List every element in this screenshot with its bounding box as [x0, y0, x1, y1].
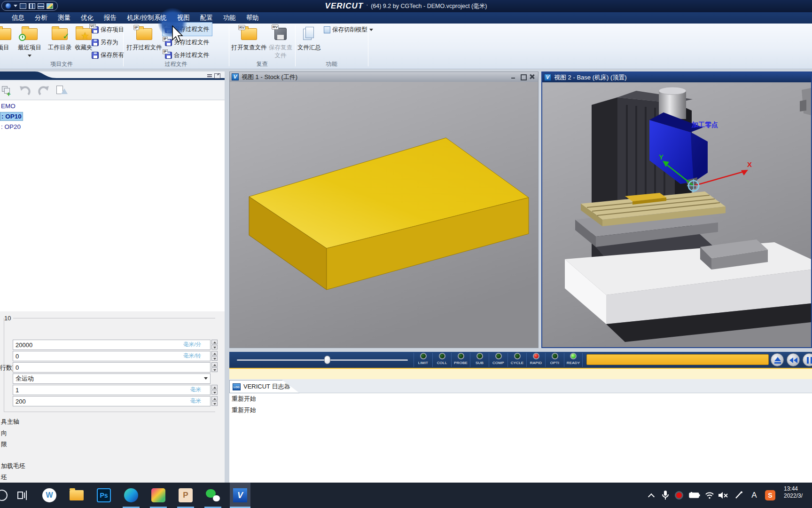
- export-model-icon[interactable]: [56, 86, 69, 96]
- window-titlebar[interactable]: VERICUT’ (64) 9.2 by CGTech - DEMO.vcpro…: [0, 0, 812, 12]
- recent-project-button[interactable]: 最近项目: [15, 25, 44, 58]
- step-input[interactable]: 1: [13, 385, 211, 395]
- minimize-icon[interactable]: [510, 74, 516, 79]
- feed-per-rev-input[interactable]: 0: [13, 351, 211, 361]
- tree-line-stock[interactable]: 坯: [1, 473, 7, 482]
- rewind-button[interactable]: [787, 353, 800, 366]
- led-probe[interactable]: PROBE: [451, 353, 470, 367]
- task-view-button[interactable]: [12, 483, 32, 508]
- led-sub[interactable]: SUB: [470, 353, 489, 367]
- slider-thumb[interactable]: [324, 356, 330, 364]
- pause-button[interactable]: [803, 353, 812, 366]
- maximize-icon[interactable]: [520, 74, 526, 79]
- tray-wifi-icon[interactable]: [703, 483, 716, 508]
- menu-item-measure[interactable]: 测量: [53, 12, 76, 24]
- stock-3d-viewport[interactable]: [230, 82, 538, 348]
- taskbar-app-p[interactable]: P: [175, 483, 196, 508]
- menu-item-function[interactable]: 功能: [218, 12, 241, 24]
- tree-item-project[interactable]: EMO: [0, 102, 16, 110]
- taskbar-file-explorer[interactable]: [66, 483, 87, 508]
- tree-item-op20[interactable]: : OP20: [0, 123, 22, 131]
- menu-item-optimize[interactable]: 优化: [76, 12, 99, 24]
- machine-3d-viewport[interactable]: 加工零点 X Y: [542, 82, 811, 347]
- merge-process-icon: IP: [165, 52, 172, 59]
- distance-input[interactable]: 200: [13, 396, 211, 406]
- tree-line-limit[interactable]: 限: [1, 440, 7, 449]
- logger-tab[interactable]: LOG VERICUT 日志器: [229, 380, 300, 393]
- tray-pen-icon[interactable]: [732, 483, 745, 508]
- speed-slider[interactable]: [237, 359, 408, 361]
- line-count-input[interactable]: 0: [13, 362, 211, 373]
- led-ready[interactable]: READY: [564, 353, 583, 367]
- tree-line-spindle[interactable]: 具主轴: [1, 418, 19, 426]
- led-comp[interactable]: COMP: [489, 353, 508, 367]
- led-limit[interactable]: LIMIT: [414, 353, 432, 367]
- wechat-icon: [206, 488, 220, 502]
- tree-line-direction[interactable]: 向: [1, 429, 7, 437]
- taskbar-clock[interactable]: 13:44 2022/3/: [784, 485, 803, 500]
- save-process-button[interactable]: IP 保存过程文件: [164, 24, 211, 35]
- tray-ime-icon[interactable]: A: [748, 483, 760, 508]
- add-component-icon[interactable]: +: [2, 86, 12, 95]
- led-rapid[interactable]: RAPID: [526, 353, 545, 367]
- close-icon[interactable]: [529, 74, 535, 79]
- save-all-button[interactable]: 保存所有: [90, 49, 125, 61]
- tree-item-op10[interactable]: : OP10: [0, 112, 23, 121]
- panel-minimize-icon[interactable]: [207, 73, 213, 79]
- save-cut-model-button[interactable]: 保存切削模型: [322, 24, 375, 35]
- led-cycle[interactable]: CYCLE: [508, 353, 526, 367]
- log-line: 重新开始: [229, 405, 812, 416]
- menu-item-info[interactable]: 信息: [7, 12, 30, 24]
- logger-content[interactable]: 重新开始 重新开始: [229, 393, 812, 483]
- spinner[interactable]: [211, 362, 218, 373]
- file-summary-button[interactable]: 文件汇总: [296, 25, 322, 52]
- taskbar-photoshop[interactable]: Ps: [94, 483, 114, 508]
- panel-header[interactable]: [0, 71, 225, 82]
- led-lamp-icon: [570, 353, 577, 359]
- logger-tab-label: VERICUT 日志器: [243, 382, 290, 391]
- menu-item-machine-control[interactable]: 机床/控制系统: [122, 12, 172, 24]
- spinner[interactable]: [211, 340, 218, 350]
- taskbar-wechat[interactable]: [203, 483, 223, 508]
- menu-item-report[interactable]: 报告: [99, 12, 122, 24]
- view1-titlebar[interactable]: V 视图 1 - Stock (工件): [230, 72, 538, 82]
- work-directory-button[interactable]: ✓ 工作目录: [45, 25, 74, 52]
- feed-rate-input[interactable]: 20000: [13, 340, 211, 350]
- undo-icon[interactable]: [19, 85, 31, 96]
- star-icon: ★: [81, 30, 89, 41]
- menu-item-configure[interactable]: 配置: [195, 12, 218, 24]
- tray-sogou-icon[interactable]: S: [763, 483, 777, 508]
- menu-item-view[interactable]: 视图: [172, 12, 195, 24]
- motion-mode-select[interactable]: 全运动: [13, 373, 211, 384]
- save-project-button[interactable]: VC 保存项目: [90, 24, 125, 35]
- taskbar-paint-app[interactable]: [148, 483, 169, 508]
- tray-record-icon[interactable]: [672, 483, 686, 508]
- merge-process-button[interactable]: IP 合并过程文件: [164, 49, 211, 61]
- tray-mute-icon[interactable]: [716, 483, 730, 508]
- tray-microphone-icon[interactable]: [659, 483, 672, 508]
- single-step-button[interactable]: [771, 353, 784, 366]
- save-as-button[interactable]: 另存为: [90, 37, 120, 48]
- panel-float-icon[interactable]: [214, 73, 220, 79]
- taskbar-vericut-active[interactable]: V: [230, 483, 250, 508]
- tree-line-load-stock[interactable]: 加载毛坯: [1, 462, 25, 470]
- save-review-button[interactable]: RV 保存复查文件: [266, 25, 295, 60]
- led-opti[interactable]: OPTI: [545, 353, 564, 367]
- search-circle-icon[interactable]: [0, 483, 12, 508]
- open-project-button[interactable]: VC 项目: [0, 25, 14, 52]
- open-review-button[interactable]: RV 打开复查文件: [231, 25, 267, 52]
- led-coll[interactable]: COLL: [432, 353, 451, 367]
- open-process-button[interactable]: IP 打开过程文件: [125, 25, 164, 52]
- taskbar-app-w[interactable]: W: [39, 483, 60, 508]
- menu-item-help[interactable]: 帮助: [241, 12, 264, 24]
- view2-titlebar[interactable]: V 视图 2 - Base (机床) (顶置): [542, 72, 811, 82]
- spinner[interactable]: [211, 385, 218, 395]
- tray-chevron-up-icon[interactable]: [645, 483, 658, 508]
- save-as-process-button[interactable]: IP 另存过程文件: [164, 37, 211, 48]
- menu-item-analysis[interactable]: 分析: [30, 12, 53, 24]
- tray-battery-icon[interactable]: [687, 483, 702, 508]
- spinner[interactable]: [211, 351, 218, 361]
- redo-icon[interactable]: [38, 85, 50, 96]
- taskbar-edge[interactable]: [121, 483, 141, 508]
- spinner[interactable]: [211, 396, 218, 406]
